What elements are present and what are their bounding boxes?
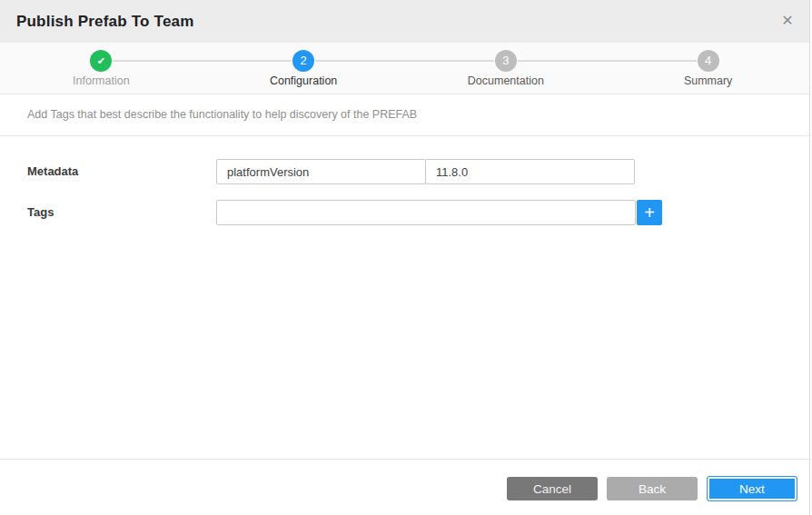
step-label: Configuration <box>203 74 405 87</box>
check-icon: ✔ <box>90 50 112 72</box>
next-button[interactable]: Next <box>707 476 797 501</box>
metadata-fields <box>216 159 635 184</box>
cancel-button[interactable]: Cancel <box>507 477 598 500</box>
metadata-value-input[interactable] <box>425 159 635 184</box>
tags-row: Tags + <box>0 200 812 225</box>
metadata-row: Metadata <box>0 159 812 184</box>
tags-fields: + <box>216 200 662 225</box>
tags-input[interactable] <box>216 200 636 225</box>
step-information[interactable]: ✔ Information <box>0 43 203 94</box>
step-label: Information <box>0 74 203 87</box>
step-number-badge: 3 <box>495 50 517 72</box>
step-summary[interactable]: 4 Summary <box>607 43 809 94</box>
close-icon[interactable]: ✕ <box>778 12 797 30</box>
wizard-stepper: ✔ Information 2 Configuration 3 Document… <box>0 43 809 94</box>
step-configuration[interactable]: 2 Configuration <box>203 43 405 94</box>
step-label: Documentation <box>405 74 608 87</box>
tags-label: Tags <box>27 200 54 225</box>
step-description: Add Tags that best describe the function… <box>0 94 809 136</box>
publish-prefab-dialog: Publish Prefab To Team ✕ ✔ Information 2… <box>0 0 812 515</box>
step-number-badge: 4 <box>698 50 719 72</box>
step-documentation[interactable]: 3 Documentation <box>405 43 608 94</box>
back-button[interactable]: Back <box>607 477 698 500</box>
metadata-label: Metadata <box>27 159 78 184</box>
metadata-key-input[interactable] <box>216 159 426 184</box>
dialog-title: Publish Prefab To Team <box>16 0 194 43</box>
footer-divider <box>0 459 809 460</box>
footer-actions: Cancel Back Next <box>507 476 797 501</box>
dialog-header: Publish Prefab To Team ✕ <box>0 0 809 43</box>
add-tag-button[interactable]: + <box>637 200 662 225</box>
step-label: Summary <box>607 74 809 87</box>
step-number-badge: 2 <box>292 50 314 72</box>
